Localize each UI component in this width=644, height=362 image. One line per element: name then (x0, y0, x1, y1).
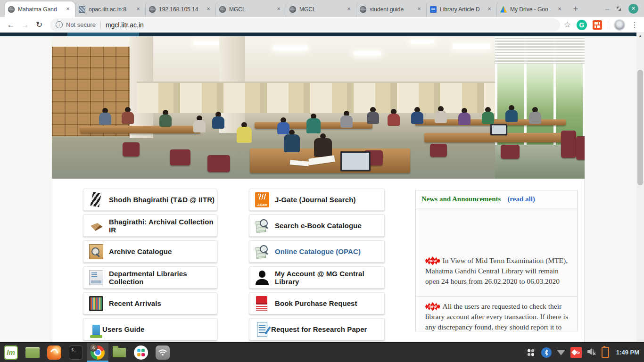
chrome-window-button[interactable]: 6 (87, 343, 108, 362)
link-opac[interactable]: Online Catalogue (OPAC) (249, 240, 385, 263)
link-departmental-libraries[interactable]: Departmental Libraries Collection (83, 266, 217, 288)
battery-icon[interactable] (602, 347, 609, 358)
photo-person (122, 107, 134, 124)
photo-person (193, 115, 206, 132)
site-navbar-sliver (0, 33, 636, 36)
new-tab-button[interactable]: + (569, 2, 583, 16)
ceiling-light (273, 46, 307, 50)
profile-avatar[interactable] (614, 19, 625, 31)
tab-close-icon[interactable]: × (134, 6, 142, 13)
tab-mgcl-2[interactable]: MGCL × (286, 1, 356, 17)
slack-tray-icon[interactable] (526, 347, 536, 358)
photo-person (482, 107, 494, 124)
speaker-glyph (587, 348, 596, 355)
person-silhouette-icon (255, 270, 269, 285)
link-label: Search e-Book Catalogue (275, 222, 362, 230)
clipboard-pencil-icon (257, 322, 267, 337)
restore-button[interactable] (617, 7, 621, 11)
show-desktop-button[interactable] (22, 343, 43, 362)
network-settings-launcher[interactable] (152, 343, 173, 362)
tab-title: Mahatma Gand (18, 6, 61, 13)
kiosk-icon (89, 270, 103, 285)
link-ebook-catalogue[interactable]: Search e-Book Catalogue (249, 214, 385, 237)
link-my-account[interactable]: My Account @ MG Central Library (249, 266, 385, 288)
photo-person (212, 112, 224, 129)
globe-favicon (289, 6, 296, 13)
tab-title: MGCL (229, 6, 272, 13)
network-tray-icon[interactable] (557, 350, 565, 355)
tab-title: MGCL (299, 6, 342, 13)
photo-person (388, 109, 400, 126)
bookshelf-icon (89, 296, 103, 311)
grammarly-extension-icon[interactable]: G (577, 20, 587, 30)
address-bar[interactable]: i Not secure mgcl.iitr.ac.in (50, 18, 560, 32)
tab-my-drive[interactable]: My Drive - Goo × (496, 1, 567, 17)
link-recent-arrivals[interactable]: Recent Arrivals (83, 292, 217, 314)
close-window-button[interactable]: × (628, 4, 638, 14)
link-research-paper[interactable]: Request for Research Paper (249, 318, 385, 340)
tab-close-icon[interactable]: × (486, 6, 493, 13)
photo-person (237, 122, 252, 143)
minimize-button[interactable]: – (605, 6, 609, 11)
mint-menu-button[interactable]: lm (0, 343, 22, 362)
firefox-icon (47, 346, 61, 360)
photo-person (505, 105, 518, 122)
link-label: Archive Catalogue (109, 247, 172, 255)
photo-stacked-chairs (576, 136, 585, 160)
bluetooth-icon[interactable] (541, 347, 552, 358)
new-badge: new (425, 256, 440, 265)
link-shodh-bhagirathi[interactable]: Shodh Bhagirathi (T&D @ IITR) (83, 189, 217, 211)
archive-box-icon (89, 222, 103, 233)
ceiling-light (193, 41, 222, 45)
tab-close-icon[interactable]: × (345, 6, 353, 13)
firefox-launcher[interactable] (43, 343, 65, 362)
scrollbar-thumb[interactable] (637, 70, 643, 185)
browser-menu-icon[interactable]: ⋮ (631, 20, 638, 29)
tab-close-icon[interactable]: × (205, 6, 212, 13)
page-scrollbar[interactable]: ▲ (636, 32, 644, 342)
tab-student-guide[interactable]: student guide × (356, 1, 426, 17)
volume-muted-icon[interactable] (587, 348, 596, 357)
scroll-up-arrow[interactable]: ▲ (636, 34, 644, 38)
info-icon[interactable]: i (56, 21, 63, 28)
grid-extension-icon[interactable] (593, 20, 602, 30)
tab-ip-address[interactable]: 192.168.105.14 × (145, 1, 215, 17)
tab-opac[interactable]: opac.iitr.ac.in:8 × (75, 1, 145, 17)
tab-close-icon[interactable]: × (275, 6, 282, 13)
link-label: Book Purchase Request (275, 299, 357, 307)
link-label: Recent Arrivals (109, 299, 161, 307)
tab-mgcl-1[interactable]: MGCL × (215, 1, 286, 17)
tab-close-icon[interactable]: × (556, 6, 563, 13)
magnifier-icon (260, 245, 268, 253)
globe-favicon (219, 6, 226, 13)
back-button[interactable]: ← (4, 18, 18, 32)
anydesk-icon[interactable]: > (570, 347, 582, 358)
tab-library-article[interactable]: Library Article D × (426, 1, 496, 17)
slack-launcher[interactable] (130, 343, 152, 362)
forward-button[interactable]: → (18, 18, 32, 32)
photo-chair (501, 145, 520, 159)
link-users-guide[interactable]: Users Guide (83, 318, 217, 340)
link-archive-catalogue[interactable]: Archive Catalogue (83, 240, 217, 263)
files-launcher[interactable] (108, 343, 130, 362)
news-panel: News and Announcements (read all) newIn … (415, 190, 578, 331)
tab-close-icon[interactable]: × (415, 6, 423, 13)
tab-close-icon[interactable]: × (64, 6, 72, 13)
read-all-link[interactable]: (read all) (507, 195, 535, 203)
folder-icon (113, 348, 126, 357)
bookmark-star-icon[interactable]: ☆ (564, 20, 571, 30)
photo-right-windows (495, 36, 585, 146)
tab-mahatma-gandhi[interactable]: Mahatma Gand × (5, 1, 75, 17)
link-bhagirathi-archival[interactable]: Bhagirathi: Archival Collection IR (83, 214, 217, 237)
wifi-glyph (158, 349, 167, 356)
photo-chair (430, 144, 447, 157)
photo-person-foreground (284, 130, 300, 152)
reload-button[interactable]: ↻ (32, 18, 46, 32)
photo-chair (170, 149, 190, 165)
url-text[interactable]: mgcl.iitr.ac.in (106, 21, 144, 29)
terminal-launcher[interactable]: $_ (65, 343, 87, 362)
link-book-purchase[interactable]: Book Purchase Request (249, 292, 385, 314)
photo-person (99, 108, 111, 125)
clock[interactable]: 1:49 PM (616, 349, 639, 356)
link-jgate[interactable]: J-Gate J-Gate (Journal Search) (249, 189, 385, 211)
